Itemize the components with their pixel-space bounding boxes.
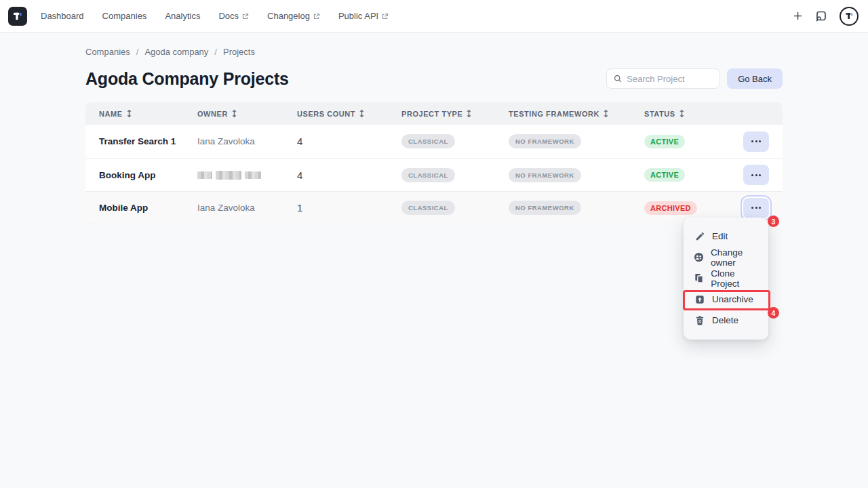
project-name: Transfer Search 1 <box>85 136 197 146</box>
sort-icon <box>603 109 609 118</box>
column-label: OWNER <box>197 110 228 118</box>
sort-icon <box>359 109 365 118</box>
table-row: Transfer Search 1 Iana Zavoloka 4 CLASSI… <box>85 125 783 158</box>
nav-label: Changelog <box>267 11 310 21</box>
menu-item-clone-project[interactable]: Clone Project <box>684 268 768 289</box>
column-label: NAME <box>99 110 123 118</box>
project-name: Mobile App <box>85 203 197 213</box>
brand-logo[interactable] <box>8 7 27 26</box>
project-type-badge: CLASSICAL <box>401 168 455 182</box>
nav-item-public-api[interactable]: Public API <box>338 11 389 21</box>
page-content: Companies / Agoda company / Projects Ago… <box>0 33 868 224</box>
menu-item-label: Edit <box>712 231 728 241</box>
external-link-icon <box>242 13 249 20</box>
search-project-input[interactable] <box>627 74 713 84</box>
column-label: STATUS <box>644 110 675 118</box>
go-back-button[interactable]: Go Back <box>727 68 783 89</box>
annotation-step-badge-4: 4 <box>768 307 779 319</box>
nav-label: Analytics <box>165 11 200 21</box>
menu-item-label: Change owner <box>711 247 760 268</box>
sort-icon <box>679 109 685 118</box>
navbar-right <box>793 7 859 26</box>
column-label: USERS COUNT <box>297 110 355 118</box>
page-title: Agoda Company Projects <box>85 69 289 89</box>
menu-item-delete[interactable]: Delete <box>684 310 768 331</box>
breadcrumb-agoda-company[interactable]: Agoda company <box>144 47 208 57</box>
ellipsis-icon <box>751 140 753 142</box>
breadcrumb-separator: / <box>136 47 139 57</box>
add-icon[interactable] <box>793 11 803 21</box>
column-header-testing-framework[interactable]: TESTING FRAMEWORK <box>509 109 644 118</box>
main-nav: Dashboard Companies Analytics Docs Chang… <box>41 11 389 21</box>
status-badge: ARCHIVED <box>644 201 697 215</box>
nav-item-companies[interactable]: Companies <box>102 11 147 21</box>
column-header-name[interactable]: NAME <box>85 109 197 118</box>
search-icon <box>614 74 622 83</box>
nav-label: Docs <box>218 11 239 21</box>
pencil-icon <box>694 232 705 241</box>
ellipsis-icon <box>751 207 753 209</box>
sort-icon <box>466 109 472 118</box>
title-row: Agoda Company Projects Go Back <box>85 68 783 89</box>
search-box <box>606 68 720 89</box>
avatar-t-icon <box>844 11 854 21</box>
menu-item-change-owner[interactable]: Change owner <box>684 247 768 268</box>
projects-table: NAME OWNER USERS COUNT PROJECT TYPE TEST… <box>85 102 783 224</box>
menu-item-label: Clone Project <box>711 268 760 289</box>
project-type-badge: CLASSICAL <box>401 134 455 148</box>
project-owner: Iana Zavoloka <box>197 136 297 146</box>
clone-icon <box>694 273 704 283</box>
search-activity-icon[interactable] <box>814 9 828 23</box>
sort-icon <box>231 109 237 118</box>
menu-item-label: Unarchive <box>712 294 753 304</box>
row-actions-button-open[interactable] <box>743 198 769 218</box>
user-circle-icon <box>694 252 704 262</box>
title-actions: Go Back <box>606 68 783 89</box>
user-avatar[interactable] <box>840 7 859 26</box>
users-count: 4 <box>297 169 401 181</box>
status-badge: ACTIVE <box>644 135 685 148</box>
row-actions-button[interactable] <box>743 165 769 185</box>
table-header: NAME OWNER USERS COUNT PROJECT TYPE TEST… <box>85 102 783 125</box>
status-badge: ACTIVE <box>644 168 685 182</box>
testing-framework-badge: NO FRAMEWORK <box>509 201 581 215</box>
nav-label: Public API <box>338 11 378 21</box>
project-name: Booking App <box>85 170 197 180</box>
column-header-users-count[interactable]: USERS COUNT <box>297 109 401 118</box>
top-navbar: Dashboard Companies Analytics Docs Chang… <box>0 0 868 33</box>
row-actions-button[interactable] <box>743 131 769 152</box>
nav-item-dashboard[interactable]: Dashboard <box>41 11 84 21</box>
column-header-project-type[interactable]: PROJECT TYPE <box>401 109 509 118</box>
breadcrumb-projects[interactable]: Projects <box>223 47 255 57</box>
row-actions-menu: Edit Change owner Clone Project Unarchiv… <box>684 218 768 340</box>
menu-item-unarchive[interactable]: Unarchive <box>684 289 768 310</box>
menu-item-edit[interactable]: Edit <box>684 226 768 247</box>
column-header-status[interactable]: STATUS <box>644 109 743 118</box>
table-row: Mobile App Iana Zavoloka 1 CLASSICAL NO … <box>85 191 783 224</box>
users-count: 1 <box>297 202 401 214</box>
redacted-text-block <box>197 171 297 180</box>
unarchive-icon <box>694 295 705 304</box>
breadcrumb-separator: / <box>214 47 217 57</box>
nav-label: Companies <box>102 11 147 21</box>
external-link-icon <box>382 13 389 20</box>
testing-framework-badge: NO FRAMEWORK <box>509 134 581 148</box>
users-count: 4 <box>297 136 401 147</box>
project-type-badge: CLASSICAL <box>401 201 455 215</box>
nav-item-changelog[interactable]: Changelog <box>267 11 320 21</box>
breadcrumb-companies[interactable]: Companies <box>85 47 130 57</box>
column-label: TESTING FRAMEWORK <box>509 110 599 118</box>
project-owner-redacted <box>197 171 297 180</box>
nav-item-analytics[interactable]: Analytics <box>165 11 200 21</box>
column-header-owner[interactable]: OWNER <box>197 109 297 118</box>
nav-item-docs[interactable]: Docs <box>218 11 249 21</box>
project-owner: Iana Zavoloka <box>197 203 297 213</box>
menu-item-label: Delete <box>712 315 738 325</box>
testing-framework-badge: NO FRAMEWORK <box>509 168 581 182</box>
nav-label: Dashboard <box>41 11 84 21</box>
external-link-icon <box>313 13 320 20</box>
brand-t-icon <box>12 10 24 22</box>
breadcrumb: Companies / Agoda company / Projects <box>85 47 783 57</box>
annotation-step-badge-3: 3 <box>768 216 779 227</box>
sort-icon <box>126 109 132 118</box>
